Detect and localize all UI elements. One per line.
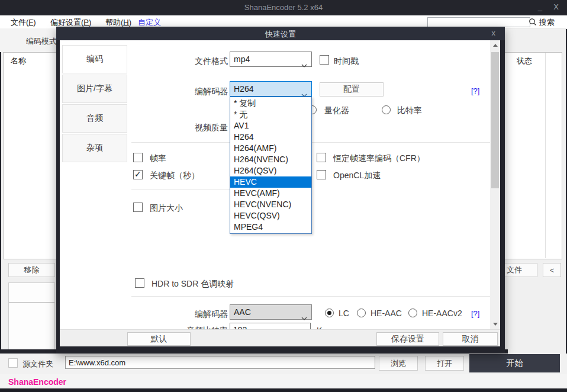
codec-dropdown-item[interactable]: HEVC(AMF) [230,188,311,199]
codec-dropdown-item[interactable]: H264(NVENC) [230,154,311,165]
brand-text: ShanaEncoder [8,377,66,387]
tab-encode[interactable]: 编码 [62,45,127,73]
minimize-button[interactable]: _ [538,2,542,11]
tab-picture-subtitle[interactable]: 图片/字幕 [62,75,127,103]
scrollbar-thumb[interactable] [491,52,499,188]
search-icon [529,19,539,28]
bottom-bar: 源文件夹 浏览 打开 开始 [0,354,567,374]
codec-label: 编解码器 [131,86,228,97]
window-border-left [0,15,1,388]
save-settings-button[interactable]: 保存设置 [376,332,439,346]
lc-radio[interactable] [325,309,334,317]
hdr-checkbox[interactable] [135,278,144,288]
divider [131,142,496,143]
codec-dropdown-item[interactable]: H264(AMF) [230,143,311,154]
cfr-checkbox[interactable] [317,153,326,162]
keyframe-label: 关键帧（秒） [150,171,199,181]
search-label: 搜索 [539,18,555,27]
chevron-down-icon [301,57,307,72]
file-format-select[interactable]: mp4 [230,52,312,67]
codec-select[interactable]: H264 [230,81,312,97]
audio-help-link[interactable]: [?] [471,309,479,318]
dialog-close-button[interactable]: x [492,28,496,37]
keyframe-checkbox[interactable] [133,170,143,179]
lc-label: LC [339,309,349,318]
search-area[interactable]: 搜索 [529,17,555,28]
cancel-button[interactable]: 取消 [443,332,498,346]
column-divider [545,53,546,258]
preset-box-bottom [8,303,55,351]
dialog-scrollbar[interactable] [490,40,500,329]
default-button[interactable]: 默认 [127,332,191,346]
he-aac-label: HE-AAC [371,309,402,318]
browse-button[interactable]: 浏览 [379,356,418,371]
codec-dropdown-item[interactable]: * 复制 [230,98,311,109]
window-border-bottom [0,388,567,392]
status-bar: ShanaEncoder [0,374,567,388]
dialog-footer: 默认 保存设置 取消 [60,329,500,346]
source-folder-label: 源文件夹 [22,359,53,369]
opencl-checkbox[interactable] [317,170,326,179]
codec-dropdown-item[interactable]: MPEG4 [230,221,311,233]
framerate-checkbox[interactable] [133,153,143,162]
cfr-label: 恒定帧速率编码（CFR） [333,153,425,164]
he-aac-radio[interactable] [357,309,366,317]
scroll-up-icon[interactable] [490,40,500,50]
timestamp-checkbox[interactable] [320,55,329,65]
timestamp-label: 时间戳 [334,56,359,67]
column-header-status[interactable]: 状态 [517,56,532,66]
tab-misc[interactable]: 杂项 [62,134,127,162]
codec-dropdown-item[interactable]: H264 [230,131,311,143]
tab-audio[interactable]: 音频 [62,104,127,133]
codec-dropdown-item[interactable]: * 无 [230,109,311,120]
codec-dropdown-list: * 复制* 无AV1H264H264(AMF)H264(NVENC)H264(Q… [230,97,312,234]
bitrate-radio[interactable] [382,105,391,114]
menu-file[interactable]: 文件(F) [11,17,36,28]
start-button[interactable]: 开始 [469,354,560,372]
codec-dropdown-item[interactable]: AV1 [230,120,311,131]
file-format-label: 文件格式 [131,56,228,67]
video-quality-label: 视频质量 [131,123,228,133]
codec-help-link[interactable]: [?] [471,86,479,95]
remove-button[interactable]: 移除 [8,263,55,277]
quick-settings-dialog: 快速设置 x 编码 图片/字幕 音频 杂项 文件格式 mp4 时间戳 编解码器 … [56,27,505,354]
dialog-title: 快速设置 [56,29,505,40]
dialog-titlebar: 快速设置 x [56,27,505,40]
configure-button[interactable]: 配置 [320,82,384,97]
he-aacv2-label: HE-AACv2 [422,309,462,318]
codec-dropdown-item[interactable]: HEVC [230,176,311,188]
scroll-down-icon[interactable] [490,319,500,329]
source-folder-checkbox[interactable] [8,358,18,368]
dialog-body: 编码 图片/字幕 音频 杂项 文件格式 mp4 时间戳 编解码器 H264 配置… [60,40,500,346]
audio-codec-select[interactable]: AAC [230,304,312,320]
window-title: ShanaEncoder 5.2 x64 [0,3,567,12]
open-button[interactable]: 打开 [425,356,464,371]
close-button[interactable]: X [553,2,559,11]
bitrate-label: 比特率 [397,105,422,116]
divider [131,296,496,297]
collapse-button[interactable]: < [543,263,561,277]
codec-dropdown-item[interactable]: H264(QSV) [230,165,311,176]
quantizer-label: 量化器 [324,105,349,116]
column-header-name[interactable]: 名称 [11,56,26,66]
opencl-label: OpenCL加速 [333,171,381,181]
picture-size-label: 图片大小 [150,203,183,214]
hdr-label: HDR to SDR 色调映射 [152,279,234,290]
divider [131,189,230,189]
codec-dropdown-item[interactable]: HEVC(QSV) [230,210,311,221]
picture-size-checkbox[interactable] [133,203,143,212]
framerate-label: 帧率 [150,153,166,164]
titlebar: ShanaEncoder 5.2 x64 _ X [0,0,567,15]
he-aacv2-radio[interactable] [408,309,417,317]
audio-codec-label: 编解码器 [131,309,228,320]
tab-encode-mode[interactable]: 编码模式 [26,36,57,47]
source-path-input[interactable] [65,356,375,369]
codec-dropdown-item[interactable]: HEVC(NVENC) [230,199,311,210]
search-input[interactable] [427,17,530,27]
preset-box-top [8,282,55,303]
